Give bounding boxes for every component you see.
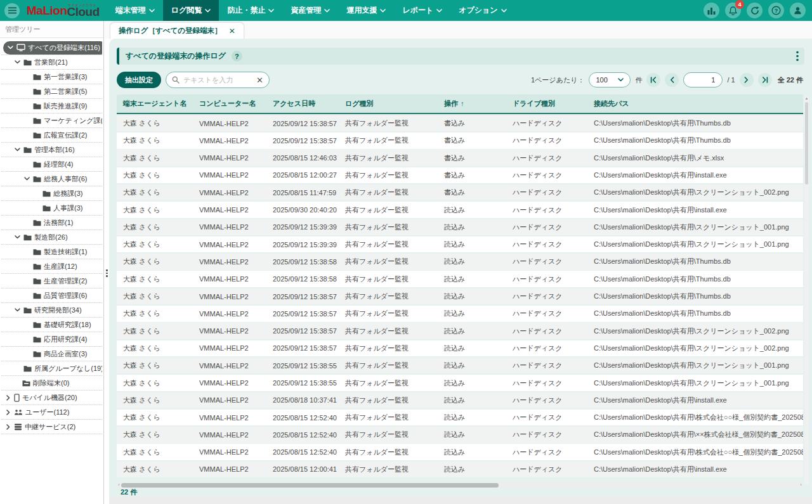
tree-item[interactable]: 生産課(12) — [1, 259, 102, 274]
tree-item[interactable]: 第二営業課(5) — [1, 84, 102, 99]
table-row[interactable]: 大森 さくらVMMAL-HELP22025/08/15 11:47:59共有フォ… — [117, 184, 803, 201]
extract-settings-button[interactable]: 抽出設定 — [117, 72, 161, 88]
table-cell: 大森 さくら — [117, 275, 193, 284]
tree-item[interactable]: 商品企画室(3) — [1, 347, 102, 361]
table-row[interactable]: 大森 さくらVMMAL-HELP22025/09/12 15:38:55共有フォ… — [117, 358, 803, 374]
chevron-down-icon[interactable] — [14, 148, 21, 152]
table-row[interactable]: 大森 さくらVMMAL-HELP22025/08/15 12:46:03共有フォ… — [117, 150, 803, 166]
next-page-button[interactable] — [740, 73, 754, 87]
search-input[interactable] — [183, 76, 252, 84]
tree-item[interactable]: 広報宣伝課(2) — [1, 128, 102, 143]
chevron-right-icon[interactable] — [4, 395, 11, 401]
last-page-button[interactable] — [758, 73, 772, 87]
nav-menu-item[interactable]: 端末管理 — [107, 0, 163, 21]
horizontal-scrollbar-thumb[interactable] — [121, 483, 499, 488]
account-button[interactable] — [790, 3, 806, 18]
tree-item[interactable]: 品質管理課(6) — [1, 288, 102, 303]
table-row[interactable]: 大森 さくらVMMAL-HELP22025/08/15 12:52:40共有フォ… — [117, 427, 803, 443]
clear-search-icon[interactable]: ✕ — [256, 76, 263, 84]
tree-item[interactable]: 中継サービス(2) — [1, 420, 102, 434]
hamburger-menu-button[interactable] — [4, 3, 20, 18]
tree-item[interactable]: 販売推進課(9) — [1, 99, 102, 113]
current-page-input[interactable] — [683, 72, 723, 87]
tree-item[interactable]: 法務部(1) — [1, 216, 102, 230]
nav-menu-item[interactable]: オプション — [450, 0, 514, 21]
table-row[interactable]: 大森 さくらVMMAL-HELP22025/09/12 15:38:57共有フォ… — [117, 340, 803, 357]
notifications-button[interactable]: 4 — [725, 3, 741, 18]
table-row[interactable]: 大森 さくらVMMAL-HELP22025/09/12 15:38:55共有フォ… — [117, 375, 803, 391]
chevron-down-icon[interactable] — [14, 60, 21, 64]
tree-item[interactable]: 生産管理課(2) — [1, 274, 102, 288]
table-row[interactable]: 大森 さくらVMMAL-HELP22025/09/12 15:38:57共有フォ… — [117, 132, 803, 149]
previous-page-button[interactable] — [665, 73, 679, 87]
scroll-up-arrow-icon[interactable]: ▲ — [804, 96, 809, 101]
table-row[interactable]: 大森 さくらVMMAL-HELP22025/09/12 15:38:58共有フォ… — [117, 271, 803, 287]
table-header-cell[interactable]: ログ種別 — [339, 99, 438, 108]
chevron-down-icon[interactable] — [14, 235, 21, 239]
table-row[interactable]: 大森 さくらVMMAL-HELP22025/08/18 10:37:41共有フォ… — [117, 392, 803, 409]
chevron-right-icon[interactable] — [4, 410, 11, 415]
refresh-button[interactable] — [747, 3, 763, 18]
chevron-down-icon[interactable] — [23, 177, 30, 181]
tree-item[interactable]: 第一営業課(3) — [1, 70, 102, 84]
scroll-left-arrow-icon[interactable]: ‹ — [118, 482, 120, 488]
tree-item[interactable]: 管理本部(16) — [1, 143, 102, 157]
tree-item[interactable]: 製造部(26) — [1, 230, 102, 245]
context-help-icon[interactable]: ? — [232, 51, 242, 61]
more-options-button[interactable] — [796, 51, 799, 61]
tree-item[interactable]: マーケティング課(2) — [1, 113, 102, 128]
tree-item[interactable]: モバイル機器(20) — [1, 391, 102, 405]
tree-item[interactable]: 製造技術課(1) — [1, 245, 102, 259]
horizontal-scrollbar[interactable]: ‹ › — [117, 482, 803, 488]
tree-item[interactable]: 応用研究課(4) — [1, 332, 102, 347]
chevron-down-icon[interactable] — [14, 308, 21, 312]
tree-item[interactable]: 人事課(3) — [1, 201, 102, 216]
scroll-right-arrow-icon[interactable]: › — [800, 482, 802, 488]
tree-item[interactable]: ユーザー(112) — [1, 405, 102, 420]
table-row[interactable]: 大森 さくらVMMAL-HELP22025/09/12 15:38:57共有フォ… — [117, 288, 803, 305]
table-row[interactable]: 大森 さくらVMMAL-HELP22025/09/12 15:38:57共有フォ… — [117, 323, 803, 339]
table-row[interactable]: 大森 さくらVMMAL-HELP22025/09/12 15:39:39共有フォ… — [117, 219, 803, 236]
table-row[interactable]: 大森 さくらVMMAL-HELP22025/09/12 15:39:39共有フォ… — [117, 236, 803, 253]
table-header-cell[interactable]: 端末エージェント名 — [117, 99, 193, 108]
tree-item[interactable]: 総務課(3) — [1, 186, 102, 201]
chevron-right-icon[interactable] — [4, 424, 11, 430]
tab-operation-log[interactable]: 操作ログ［すべての登録端末］ ✕ — [110, 22, 244, 39]
nav-menu-item[interactable]: 防止・禁止 — [219, 0, 282, 21]
table-row[interactable]: 大森 さくらVMMAL-HELP22025/08/15 12:52:40共有フォ… — [117, 410, 803, 426]
table-cell: VMMAL-HELP2 — [193, 120, 266, 127]
nav-menu-item[interactable]: ログ閲覧 — [163, 0, 219, 21]
table-row[interactable]: 大森 さくらVMMAL-HELP22025/09/12 15:38:57共有フォ… — [117, 306, 803, 322]
nav-menu-item[interactable]: 運用支援 — [338, 0, 394, 21]
table-row[interactable]: 大森 さくらVMMAL-HELP22025/08/15 12:52:40共有フォ… — [117, 444, 803, 460]
table-header-cell[interactable]: ドライブ種別 — [506, 99, 587, 108]
tab-close-icon[interactable]: ✕ — [229, 27, 235, 35]
chevron-down-icon[interactable] — [7, 46, 14, 49]
tree-item[interactable]: すべての登録端末(116) — [1, 41, 102, 55]
tree-item[interactable]: 経理部(4) — [1, 157, 102, 172]
table-header-cell[interactable]: 接続先パス — [587, 99, 803, 108]
table-row[interactable]: 大森 さくらVMMAL-HELP22025/08/15 12:00:41共有フォ… — [117, 462, 803, 478]
tree-item[interactable]: 削除端末(0) — [1, 376, 102, 391]
first-page-button[interactable] — [646, 73, 660, 87]
table-header-cell[interactable]: アクセス日時 — [266, 99, 339, 108]
tree-item[interactable]: 総務人事部(6) — [1, 172, 102, 186]
per-page-select[interactable]: 100 — [589, 72, 631, 87]
table-row[interactable]: 大森 さくらVMMAL-HELP22025/09/12 15:38:58共有フォ… — [117, 254, 803, 270]
nav-menu-item[interactable]: 資産管理 — [282, 0, 338, 21]
tree-item[interactable]: 研究開発部(34) — [1, 303, 102, 318]
table-row[interactable]: 大森 さくらVMMAL-HELP22025/09/12 15:38:57共有フォ… — [117, 115, 803, 132]
dashboard-chart-button[interactable] — [704, 3, 719, 18]
sidebar-resize-handle[interactable] — [104, 267, 110, 280]
tree-item[interactable]: 基礎研究課(18) — [1, 318, 102, 332]
tree-item[interactable]: 所属グループなし(19) — [1, 361, 102, 376]
table-header-cell[interactable]: 操作↑ — [438, 99, 506, 108]
vertical-scrollbar[interactable]: ▲ — [804, 96, 809, 485]
help-button[interactable]: ? — [768, 3, 784, 18]
nav-menu-item[interactable]: レポート — [394, 0, 450, 21]
tree-item[interactable]: 営業部(21) — [1, 55, 102, 70]
table-row[interactable]: 大森 さくらVMMAL-HELP22025/09/30 20:40:20共有フォ… — [117, 202, 803, 218]
table-header-cell[interactable]: コンピューター名 — [193, 99, 266, 108]
vertical-scrollbar-thumb[interactable] — [805, 102, 808, 184]
table-row[interactable]: 大森 さくらVMMAL-HELP22025/08/15 12:00:27共有フォ… — [117, 167, 803, 184]
